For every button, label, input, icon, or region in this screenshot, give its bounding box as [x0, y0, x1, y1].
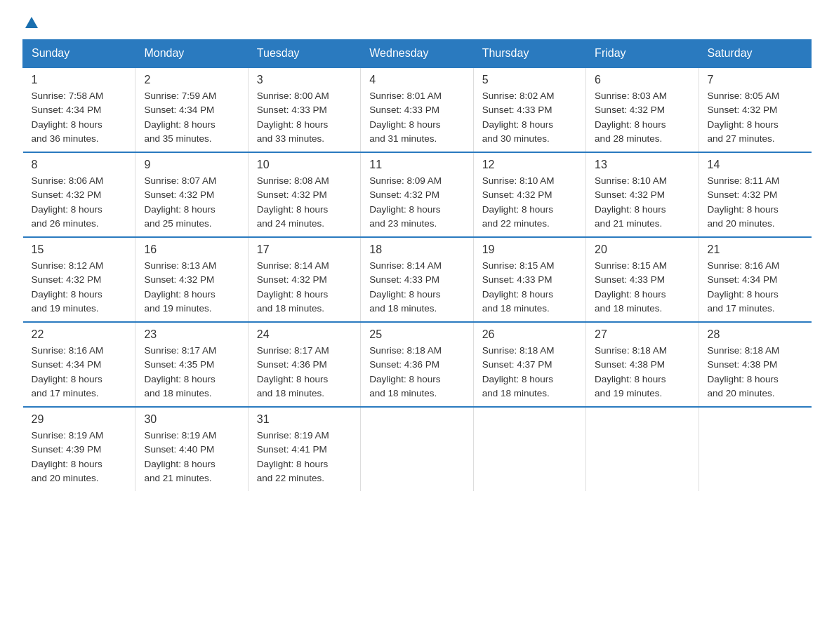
- day-number: 12: [482, 159, 577, 171]
- calendar-cell: 7Sunrise: 8:05 AM Sunset: 4:32 PM Daylig…: [699, 67, 811, 152]
- calendar-cell: 21Sunrise: 8:16 AM Sunset: 4:34 PM Dayli…: [699, 237, 811, 322]
- day-number: 23: [144, 328, 239, 341]
- day-number: 20: [595, 243, 689, 256]
- calendar-cell: 6Sunrise: 8:03 AM Sunset: 4:32 PM Daylig…: [586, 67, 699, 152]
- week-row-4: 22Sunrise: 8:16 AM Sunset: 4:34 PM Dayli…: [23, 322, 812, 407]
- calendar-body: 1Sunrise: 7:58 AM Sunset: 4:34 PM Daylig…: [23, 67, 812, 491]
- calendar-cell: 10Sunrise: 8:08 AM Sunset: 4:32 PM Dayli…: [248, 152, 360, 237]
- day-number: 27: [595, 328, 689, 341]
- calendar-cell: 31Sunrise: 8:19 AM Sunset: 4:41 PM Dayli…: [248, 407, 360, 491]
- calendar-table: SundayMondayTuesdayWednesdayThursdayFrid…: [22, 39, 812, 491]
- calendar-cell: 27Sunrise: 8:18 AM Sunset: 4:38 PM Dayli…: [586, 322, 699, 407]
- calendar-cell: 14Sunrise: 8:11 AM Sunset: 4:32 PM Dayli…: [699, 152, 811, 237]
- calendar-cell: [473, 407, 585, 491]
- day-info: Sunrise: 8:18 AM Sunset: 4:37 PM Dayligh…: [482, 344, 577, 401]
- day-number: 17: [257, 243, 352, 256]
- day-info: Sunrise: 8:14 AM Sunset: 4:33 PM Dayligh…: [369, 259, 464, 316]
- day-info: Sunrise: 8:16 AM Sunset: 4:34 PM Dayligh…: [708, 259, 803, 316]
- calendar-cell: 4Sunrise: 8:01 AM Sunset: 4:33 PM Daylig…: [361, 67, 473, 152]
- calendar-header: SundayMondayTuesdayWednesdayThursdayFrid…: [23, 40, 812, 68]
- header-day-tuesday: Tuesday: [248, 40, 360, 68]
- logo-triangle-icon: [25, 17, 38, 28]
- day-number: 5: [482, 74, 577, 86]
- week-row-3: 15Sunrise: 8:12 AM Sunset: 4:32 PM Dayli…: [23, 237, 812, 322]
- day-info: Sunrise: 8:15 AM Sunset: 4:33 PM Dayligh…: [482, 259, 577, 316]
- calendar-cell: 12Sunrise: 8:10 AM Sunset: 4:32 PM Dayli…: [473, 152, 585, 237]
- calendar-cell: 19Sunrise: 8:15 AM Sunset: 4:33 PM Dayli…: [473, 237, 585, 322]
- day-info: Sunrise: 8:16 AM Sunset: 4:34 PM Dayligh…: [32, 344, 127, 401]
- day-number: 29: [32, 413, 127, 426]
- calendar-cell: 13Sunrise: 8:10 AM Sunset: 4:32 PM Dayli…: [586, 152, 699, 237]
- calendar-cell: 25Sunrise: 8:18 AM Sunset: 4:36 PM Dayli…: [361, 322, 473, 407]
- day-number: 24: [257, 328, 352, 341]
- day-info: Sunrise: 8:19 AM Sunset: 4:40 PM Dayligh…: [144, 429, 239, 485]
- page-header: [22, 17, 812, 28]
- day-info: Sunrise: 8:01 AM Sunset: 4:33 PM Dayligh…: [369, 89, 464, 146]
- day-number: 14: [708, 159, 803, 171]
- day-info: Sunrise: 8:17 AM Sunset: 4:35 PM Dayligh…: [144, 344, 239, 401]
- day-info: Sunrise: 8:07 AM Sunset: 4:32 PM Dayligh…: [144, 174, 239, 231]
- day-number: 1: [32, 74, 127, 86]
- day-info: Sunrise: 8:10 AM Sunset: 4:32 PM Dayligh…: [595, 174, 689, 231]
- day-info: Sunrise: 8:03 AM Sunset: 4:32 PM Dayligh…: [595, 89, 689, 146]
- day-info: Sunrise: 7:59 AM Sunset: 4:34 PM Dayligh…: [144, 89, 239, 146]
- day-number: 30: [144, 413, 239, 426]
- calendar-cell: 3Sunrise: 8:00 AM Sunset: 4:33 PM Daylig…: [248, 67, 360, 152]
- day-number: 19: [482, 243, 577, 256]
- day-number: 31: [257, 413, 352, 426]
- calendar-cell: 9Sunrise: 8:07 AM Sunset: 4:32 PM Daylig…: [135, 152, 248, 237]
- day-info: Sunrise: 8:00 AM Sunset: 4:33 PM Dayligh…: [257, 89, 352, 146]
- calendar-cell: [699, 407, 811, 491]
- calendar-cell: 8Sunrise: 8:06 AM Sunset: 4:32 PM Daylig…: [23, 152, 135, 237]
- day-number: 25: [369, 328, 464, 341]
- day-number: 13: [595, 159, 689, 171]
- calendar-cell: 2Sunrise: 7:59 AM Sunset: 4:34 PM Daylig…: [135, 67, 248, 152]
- calendar-cell: 30Sunrise: 8:19 AM Sunset: 4:40 PM Dayli…: [135, 407, 248, 491]
- day-info: Sunrise: 8:17 AM Sunset: 4:36 PM Dayligh…: [257, 344, 352, 401]
- calendar-cell: 11Sunrise: 8:09 AM Sunset: 4:32 PM Dayli…: [361, 152, 473, 237]
- day-number: 28: [708, 328, 803, 341]
- calendar-cell: 28Sunrise: 8:18 AM Sunset: 4:38 PM Dayli…: [699, 322, 811, 407]
- week-row-5: 29Sunrise: 8:19 AM Sunset: 4:39 PM Dayli…: [23, 407, 812, 491]
- day-number: 10: [257, 159, 352, 171]
- calendar-cell: 24Sunrise: 8:17 AM Sunset: 4:36 PM Dayli…: [248, 322, 360, 407]
- day-number: 11: [369, 159, 464, 171]
- day-info: Sunrise: 8:15 AM Sunset: 4:33 PM Dayligh…: [595, 259, 689, 316]
- day-info: Sunrise: 8:18 AM Sunset: 4:36 PM Dayligh…: [369, 344, 464, 401]
- day-number: 9: [144, 159, 239, 171]
- header-day-saturday: Saturday: [699, 40, 811, 68]
- day-number: 26: [482, 328, 577, 341]
- day-info: Sunrise: 8:13 AM Sunset: 4:32 PM Dayligh…: [144, 259, 239, 316]
- day-info: Sunrise: 8:05 AM Sunset: 4:32 PM Dayligh…: [708, 89, 803, 146]
- day-number: 18: [369, 243, 464, 256]
- day-number: 7: [708, 74, 803, 86]
- day-info: Sunrise: 8:10 AM Sunset: 4:32 PM Dayligh…: [482, 174, 577, 231]
- day-number: 8: [32, 159, 127, 171]
- calendar-cell: 29Sunrise: 8:19 AM Sunset: 4:39 PM Dayli…: [23, 407, 135, 491]
- calendar-cell: 22Sunrise: 8:16 AM Sunset: 4:34 PM Dayli…: [23, 322, 135, 407]
- day-info: Sunrise: 8:08 AM Sunset: 4:32 PM Dayligh…: [257, 174, 352, 231]
- calendar-cell: 15Sunrise: 8:12 AM Sunset: 4:32 PM Dayli…: [23, 237, 135, 322]
- day-info: Sunrise: 8:12 AM Sunset: 4:32 PM Dayligh…: [32, 259, 127, 316]
- calendar-cell: 20Sunrise: 8:15 AM Sunset: 4:33 PM Dayli…: [586, 237, 699, 322]
- calendar-cell: 1Sunrise: 7:58 AM Sunset: 4:34 PM Daylig…: [23, 67, 135, 152]
- day-info: Sunrise: 8:11 AM Sunset: 4:32 PM Dayligh…: [708, 174, 803, 231]
- svg-marker-0: [25, 17, 38, 28]
- calendar-cell: 5Sunrise: 8:02 AM Sunset: 4:33 PM Daylig…: [473, 67, 585, 152]
- header-day-friday: Friday: [586, 40, 699, 68]
- week-row-1: 1Sunrise: 7:58 AM Sunset: 4:34 PM Daylig…: [23, 67, 812, 152]
- day-info: Sunrise: 8:09 AM Sunset: 4:32 PM Dayligh…: [369, 174, 464, 231]
- day-info: Sunrise: 8:19 AM Sunset: 4:39 PM Dayligh…: [32, 429, 127, 485]
- day-info: Sunrise: 8:19 AM Sunset: 4:41 PM Dayligh…: [257, 429, 352, 485]
- day-number: 22: [32, 328, 127, 341]
- calendar-cell: 26Sunrise: 8:18 AM Sunset: 4:37 PM Dayli…: [473, 322, 585, 407]
- logo: [22, 17, 38, 28]
- day-info: Sunrise: 7:58 AM Sunset: 4:34 PM Dayligh…: [32, 89, 127, 146]
- day-number: 3: [257, 74, 352, 86]
- calendar-cell: 18Sunrise: 8:14 AM Sunset: 4:33 PM Dayli…: [361, 237, 473, 322]
- calendar-cell: [586, 407, 699, 491]
- day-number: 2: [144, 74, 239, 86]
- day-number: 15: [32, 243, 127, 256]
- calendar-cell: 17Sunrise: 8:14 AM Sunset: 4:32 PM Dayli…: [248, 237, 360, 322]
- day-info: Sunrise: 8:06 AM Sunset: 4:32 PM Dayligh…: [32, 174, 127, 231]
